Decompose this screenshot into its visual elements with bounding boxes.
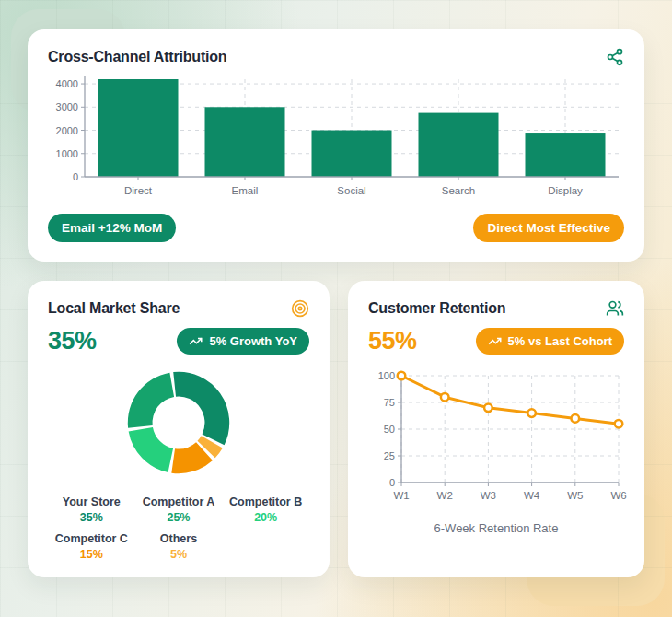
email-trend-badge: Email +12% MoM (48, 214, 176, 242)
market-share-card: Local Market Share 35% 5% Growth YoY You… (28, 281, 330, 577)
legend-label: Competitor C (48, 532, 135, 545)
legend-label: Competitor A (135, 495, 223, 508)
share-icon[interactable] (606, 48, 624, 66)
svg-text:25: 25 (384, 450, 395, 461)
retention-chart-caption: 6-Week Retention Rate (368, 521, 624, 535)
direct-effective-badge: Direct Most Effective (473, 214, 624, 242)
svg-text:W4: W4 (524, 490, 540, 501)
svg-text:3000: 3000 (56, 101, 78, 112)
svg-text:Social: Social (337, 185, 365, 196)
legend-item: Your Store 35% (48, 495, 135, 524)
legend-item: Competitor A 25% (135, 495, 223, 524)
market-share-metric: 35% (48, 327, 97, 355)
trending-up-icon (189, 334, 203, 348)
attribution-card-title: Cross-Channel Attribution (48, 49, 226, 65)
svg-text:Display: Display (548, 185, 583, 196)
svg-text:W3: W3 (481, 490, 496, 501)
svg-text:0: 0 (73, 171, 78, 182)
svg-text:Direct: Direct (124, 185, 153, 196)
retention-card-header: Customer Retention (368, 299, 624, 318)
svg-text:50: 50 (384, 424, 395, 435)
retention-metric: 55% (368, 327, 417, 355)
svg-text:0: 0 (389, 477, 395, 488)
legend-value: 5% (135, 548, 223, 561)
donut-chart-wrap (48, 359, 309, 486)
direct-effective-badge-label: Direct Most Effective (487, 221, 610, 235)
svg-text:4000: 4000 (56, 78, 78, 89)
cohort-badge-label: 5% vs Last Cohort (508, 334, 612, 348)
attribution-bar-chart: 01000200030004000DirectEmailSocialSearch… (48, 74, 624, 204)
market-share-metric-row: 35% 5% Growth YoY (48, 327, 309, 355)
svg-text:Search: Search (442, 185, 475, 196)
cohort-badge: 5% vs Last Cohort (476, 328, 624, 355)
svg-text:W2: W2 (437, 490, 453, 501)
market-share-card-title: Local Market Share (48, 300, 180, 317)
svg-text:100: 100 (378, 370, 395, 381)
retention-line-chart: 0255075100W1W2W3W4W5W6 (368, 365, 628, 512)
growth-badge: 5% Growth YoY (177, 328, 309, 355)
svg-text:W5: W5 (567, 490, 583, 501)
market-share-donut-chart (115, 359, 242, 486)
legend-item: Competitor C 15% (48, 532, 135, 561)
svg-text:2000: 2000 (56, 125, 78, 136)
attribution-card: Cross-Channel Attribution 01000200030004… (28, 29, 644, 262)
legend-value: 15% (48, 548, 135, 561)
growth-badge-label: 5% Growth YoY (209, 334, 297, 348)
attribution-card-header: Cross-Channel Attribution (48, 48, 624, 66)
target-icon (291, 299, 309, 318)
legend-label: Others (135, 532, 223, 545)
market-share-legend: Your Store 35% Competitor A 25% Competit… (48, 495, 309, 561)
legend-value: 35% (48, 511, 135, 524)
legend-value: 25% (135, 511, 223, 524)
legend-item: Others 5% (135, 532, 223, 561)
svg-text:1000: 1000 (56, 148, 78, 159)
retention-metric-row: 55% 5% vs Last Cohort (368, 327, 624, 355)
market-share-card-header: Local Market Share (48, 299, 309, 318)
retention-card-title: Customer Retention (368, 300, 505, 317)
attribution-badges-row: Email +12% MoM Direct Most Effective (48, 214, 624, 242)
legend-label: Competitor B (222, 495, 309, 508)
legend-item: Competitor B 20% (222, 495, 309, 524)
email-trend-badge-label: Email +12% MoM (62, 221, 162, 235)
svg-text:W1: W1 (393, 490, 409, 501)
retention-card: Customer Retention 55% 5% vs Last Cohort… (348, 281, 644, 577)
svg-text:W6: W6 (610, 490, 626, 501)
svg-text:75: 75 (384, 397, 395, 408)
users-icon (606, 299, 624, 318)
trending-up-icon (488, 334, 502, 348)
legend-label: Your Store (48, 495, 135, 508)
legend-value: 20% (222, 511, 309, 524)
svg-text:Email: Email (232, 185, 259, 196)
